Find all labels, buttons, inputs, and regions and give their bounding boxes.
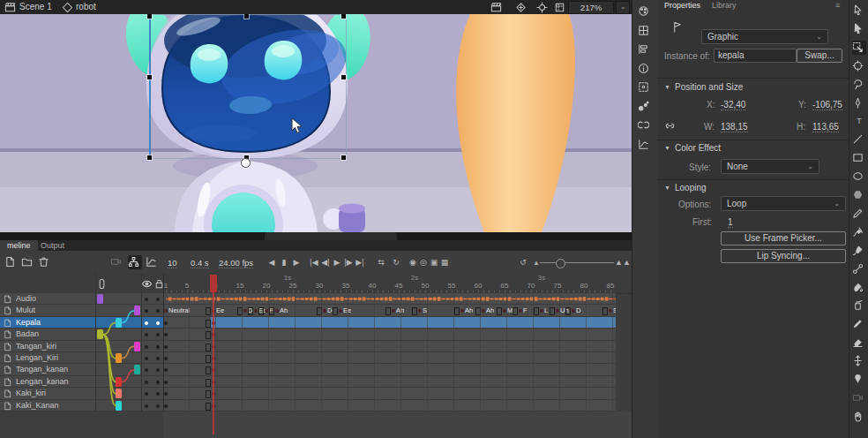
parent-tag[interactable]	[134, 342, 140, 351]
layer-row-audio[interactable]: Audio	[0, 293, 163, 305]
lock-dot[interactable]	[156, 404, 160, 408]
keyframe-end-marker[interactable]	[206, 379, 211, 387]
transform-handle[interactable]	[244, 14, 249, 19]
track-row-kepala[interactable]	[163, 317, 616, 328]
link-dimensions-icon[interactable]	[664, 120, 676, 132]
pencil-tool[interactable]	[852, 207, 866, 221]
behavior-dropdown[interactable]: Graphic⌄	[701, 29, 828, 44]
visibility-dot[interactable]	[145, 392, 148, 396]
keyframe-end-marker[interactable]	[534, 307, 539, 315]
keyframe-end-marker[interactable]	[269, 307, 274, 315]
y-value[interactable]: -106,75	[812, 100, 842, 110]
brush-library-icon[interactable]	[638, 100, 652, 114]
visibility-dot[interactable]	[145, 345, 148, 349]
track-row-tangan_kanan[interactable]	[163, 364, 616, 375]
use-frame-picker-button[interactable]: Use Frame Picker...	[721, 231, 846, 245]
parent-tag[interactable]	[116, 377, 122, 387]
keyframe-dot[interactable]	[519, 309, 522, 313]
delete-layer-button[interactable]	[38, 255, 52, 269]
scene-breadcrumb[interactable]: Scene 1	[19, 2, 52, 11]
timeline-zoom-knob[interactable]	[556, 259, 565, 268]
lock-dot[interactable]	[156, 357, 160, 360]
free-transform-tool[interactable]	[852, 41, 866, 55]
layer-name[interactable]: Tangan_kanan	[16, 365, 68, 374]
visibility-dot[interactable]	[145, 298, 148, 301]
keyframe-dot[interactable]	[164, 381, 168, 384]
layer-name[interactable]: Tangan_kiri	[16, 342, 56, 351]
edit-scene-icon[interactable]	[490, 2, 502, 13]
keyframe-dot[interactable]	[540, 309, 543, 313]
rectangle-tool[interactable]	[852, 151, 866, 165]
visibility-dot[interactable]	[145, 381, 148, 384]
tab-output[interactable]: Output	[34, 240, 71, 251]
swap-button[interactable]: Swap...	[797, 49, 842, 63]
parenting-view-button[interactable]	[128, 255, 142, 269]
position-size-header[interactable]: Position and Size	[675, 82, 743, 92]
track-row-mulut[interactable]: NeutralEeDEeFAhDEeAhSAhAhMFLUhDS	[163, 305, 616, 316]
visibility-dot[interactable]	[145, 368, 148, 372]
zoom-in-button[interactable]: ▲▲	[615, 255, 629, 269]
w-value[interactable]: 138,15	[721, 122, 748, 132]
keyframe-end-marker[interactable]	[497, 307, 502, 315]
symbol-breadcrumb[interactable]: robot	[76, 2, 96, 11]
keyframe-dot[interactable]	[164, 404, 168, 408]
center-playhead-button[interactable]: ⇆	[374, 255, 388, 269]
keyframe-dot[interactable]	[503, 309, 506, 313]
visibility-dot[interactable]	[145, 309, 148, 313]
keyframe-dot[interactable]	[164, 345, 168, 349]
keyframe-dot[interactable]	[482, 309, 485, 313]
keyframe-end-marker[interactable]	[602, 307, 608, 315]
x-value[interactable]: -32,40	[721, 100, 745, 110]
width-tool[interactable]	[852, 354, 866, 368]
current-frame-field[interactable]: 10	[168, 258, 177, 268]
keyframe-dot[interactable]	[164, 309, 168, 313]
keyframe-end-marker[interactable]	[206, 344, 211, 351]
layer-name[interactable]: Audio	[16, 294, 36, 303]
keyframe-end-marker[interactable]	[206, 366, 211, 374]
keyframe-end-marker[interactable]	[412, 307, 417, 315]
line-tool[interactable]	[852, 132, 866, 147]
tab-timeline[interactable]: meline	[0, 240, 38, 251]
timeline-ruler[interactable]: 15101520253035404550556065707580851s2s3s	[163, 274, 632, 294]
classic-brush-tool[interactable]	[852, 244, 866, 258]
layer-name[interactable]: Badan	[16, 329, 39, 338]
keyframe-end-marker[interactable]	[550, 307, 555, 315]
clip-content-icon[interactable]	[554, 2, 565, 13]
elapsed-time-field[interactable]: 0.4 s	[191, 258, 209, 268]
layer-name[interactable]: Kaki_kiri	[16, 389, 46, 397]
keyframe-end-marker[interactable]	[206, 403, 211, 411]
transform-handle[interactable]	[341, 75, 346, 79]
transform-handle[interactable]	[147, 155, 152, 160]
tab-library[interactable]: Library	[712, 0, 737, 11]
frames-graph-button[interactable]	[146, 255, 160, 269]
layer-row-tangan_kiri[interactable]: Tangan_kiri	[0, 341, 163, 352]
track-row-tangan_kiri[interactable]	[163, 341, 616, 352]
keyframe-end-marker[interactable]	[248, 307, 253, 315]
reset-timeline-zoom-button[interactable]: ↺	[516, 255, 530, 269]
parent-tag[interactable]	[116, 401, 122, 411]
keyframe-end-marker[interactable]	[565, 307, 571, 315]
info-icon[interactable]	[638, 62, 652, 76]
parent-tag[interactable]	[134, 365, 140, 374]
eyedropper-tool[interactable]	[852, 317, 866, 331]
keyframe-dot[interactable]	[556, 309, 559, 313]
paint-brush-tool[interactable]	[852, 225, 866, 239]
layer-row-kepala[interactable]: Kepala	[0, 317, 163, 328]
keyframe-dot[interactable]	[164, 321, 168, 325]
loop-playback-button[interactable]: ↻	[389, 255, 403, 269]
new-folder-button[interactable]	[21, 255, 35, 269]
color-effect-header[interactable]: Color Effect	[675, 143, 721, 153]
lock-dot[interactable]	[156, 345, 160, 349]
swatches-icon[interactable]	[638, 24, 652, 38]
layer-name[interactable]: Lengan_kanan	[16, 377, 69, 386]
instance-name-field[interactable]: kepala	[714, 49, 797, 63]
align-icon[interactable]	[638, 42, 652, 57]
keyframe-end-marker[interactable]	[454, 307, 460, 315]
layer-row-kaki_kiri[interactable]: Kaki_kiri	[0, 388, 163, 399]
visibility-dot[interactable]	[145, 404, 148, 408]
zoom-chevron-icon[interactable]: ⌄	[616, 1, 630, 14]
zoom-out-button[interactable]: ▴	[529, 255, 543, 269]
transform-handle[interactable]	[341, 155, 346, 160]
hand-tool[interactable]	[852, 410, 866, 424]
parent-tag[interactable]	[116, 353, 122, 363]
